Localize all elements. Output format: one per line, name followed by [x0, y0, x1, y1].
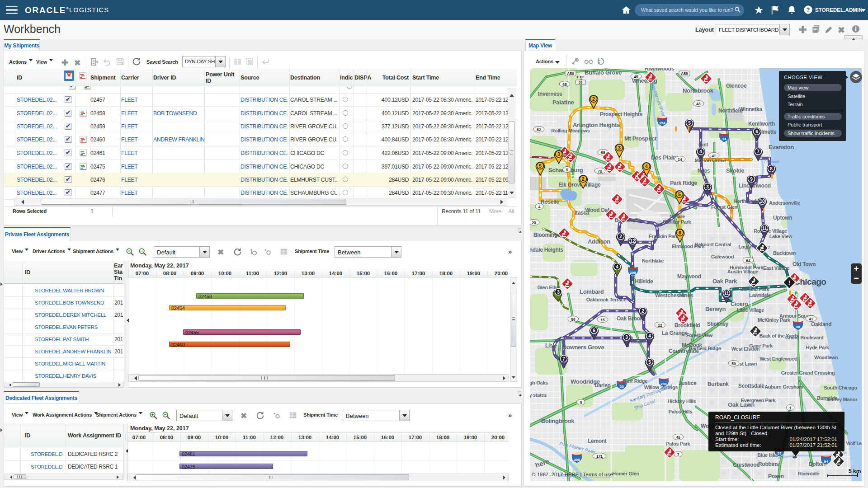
svg-text:171: 171 [596, 454, 603, 459]
svg-text:Palos Park: Palos Park [666, 441, 690, 446]
svg-text:64: 64 [746, 258, 750, 263]
svg-text:Homer Glen: Homer Glen [612, 471, 639, 476]
svg-text:2: 2 [619, 234, 622, 239]
svg-text:Northlake: Northlake [642, 258, 664, 263]
svg-text:Northbrook: Northbrook [683, 87, 714, 94]
svg-text:Crestwood: Crestwood [733, 462, 760, 468]
svg-text:2: 2 [582, 176, 585, 182]
svg-text:High Oaks: High Oaks [530, 380, 548, 385]
svg-text:5: 5 [648, 360, 651, 365]
svg-text:Roselle: Roselle [541, 199, 559, 205]
svg-text:Downers Grove: Downers Grove [562, 344, 604, 351]
svg-text:53: 53 [579, 80, 583, 84]
svg-text:Austin Village: Austin Village [727, 269, 759, 274]
svg-text:Jeffrey Manor: Jeffrey Manor [826, 397, 858, 402]
svg-text:Bucktown: Bucktown [773, 250, 796, 256]
svg-text:Burbank: Burbank [708, 381, 729, 387]
svg-text:Palos Hills: Palos Hills [669, 409, 693, 414]
svg-text:EXT: EXT [577, 75, 584, 79]
svg-text:4: 4 [645, 164, 648, 169]
svg-text:Franklin Park: Franklin Park [649, 234, 679, 239]
svg-text:Wolf Lake: Wolf Lake [846, 441, 862, 446]
svg-text:45: 45 [676, 435, 680, 440]
svg-text:Andersonville: Andersonville [769, 200, 800, 206]
svg-text:Arlington Heights: Arlington Heights [573, 122, 620, 128]
svg-text:Lombard: Lombard [580, 288, 604, 295]
svg-text:Galewood: Galewood [711, 254, 734, 259]
svg-text:Greater Grand Crossing: Greater Grand Crossing [781, 370, 835, 375]
svg-text:Evanston: Evanston [769, 144, 794, 150]
svg-text:O'Hare: O'Hare [670, 214, 685, 219]
svg-text:41: 41 [809, 317, 813, 321]
svg-text:Garfield Park: Garfield Park [740, 286, 770, 292]
svg-text:Stickney: Stickney [707, 321, 729, 327]
svg-text:Old Town: Old Town [793, 261, 816, 267]
svg-text:Mt Prospect: Mt Prospect [624, 135, 657, 142]
svg-text:72: 72 [598, 169, 602, 174]
svg-text:!: ! [788, 279, 790, 286]
svg-text:Lake View: Lake View [769, 234, 793, 239]
svg-text:Glencoe: Glencoe [726, 83, 747, 89]
svg-text:6: 6 [679, 230, 681, 235]
svg-text:Addison: Addison [588, 238, 610, 245]
svg-text:A50: A50 [567, 71, 574, 76]
svg-text:Hines: Hines [679, 292, 693, 299]
svg-text:45: 45 [634, 75, 638, 79]
svg-text:Berwyn: Berwyn [705, 305, 726, 312]
svg-text:Bolingbrook: Bolingbrook [541, 418, 575, 424]
svg-text:Lincolnwood: Lincolnwood [739, 183, 771, 189]
svg-text:Belmont Central: Belmont Central [695, 242, 731, 247]
svg-text:Gage Park: Gage Park [749, 343, 773, 348]
svg-text:2: 2 [642, 309, 644, 314]
svg-text:94: 94 [824, 460, 828, 464]
svg-text:294: 294 [660, 382, 667, 386]
svg-text:Roscoe Village: Roscoe Village [754, 228, 787, 234]
svg-text:57: 57 [778, 451, 782, 455]
svg-text:14: 14 [678, 157, 682, 162]
svg-text:90: 90 [796, 325, 800, 329]
svg-text:Robbins: Robbins [758, 461, 779, 467]
svg-text:Hickory Hills: Hickory Hills [668, 399, 696, 404]
svg-text:3: 3 [557, 290, 560, 295]
svg-text:10: 10 [760, 199, 765, 204]
svg-text:Hyde Park: Hyde Park [806, 345, 829, 350]
svg-text:North Park: North Park [733, 198, 758, 204]
svg-text:4: 4 [538, 205, 541, 209]
svg-text:Lemont: Lemont [588, 438, 607, 444]
svg-text:6: 6 [593, 328, 595, 333]
svg-text:9: 9 [580, 400, 582, 405]
svg-text:Brookfield: Brookfield [675, 322, 700, 328]
svg-text:6: 6 [755, 129, 758, 134]
svg-text:7: 7 [677, 452, 679, 457]
svg-text:3: 3 [557, 151, 560, 157]
svg-text:4: 4 [616, 264, 618, 269]
svg-text:Glendale Heights: Glendale Heights [530, 247, 563, 253]
svg-text:5: 5 [678, 192, 681, 197]
svg-text:Riverwoods: Riverwoods [645, 68, 675, 72]
svg-text:12: 12 [630, 239, 635, 244]
svg-text:Uptown: Uptown [773, 215, 792, 221]
svg-text:43: 43 [696, 102, 701, 106]
svg-text:11: 11 [762, 226, 767, 231]
svg-text:West Englewood: West Englewood [760, 356, 797, 361]
svg-text:Grand Boulevard: Grand Boulevard [785, 335, 824, 340]
svg-text:Palatine: Palatine [552, 99, 574, 106]
svg-text:Oak Lawn: Oak Lawn [728, 401, 755, 408]
svg-text:Lawndale: Lawndale [749, 292, 771, 298]
svg-text:55: 55 [620, 385, 624, 389]
svg-text:Inverness: Inverness [538, 91, 562, 97]
svg-text:Valley states: Valley states [530, 392, 547, 398]
svg-text:Posen: Posen [768, 473, 784, 479]
svg-text:South Chicago: South Chicago [824, 385, 857, 390]
svg-text:2: 2 [592, 96, 595, 102]
svg-text:Skokie: Skokie [726, 167, 744, 174]
svg-text:Prospect Heights: Prospect Heights [600, 111, 643, 117]
svg-text:41: 41 [712, 154, 716, 158]
svg-text:Garfield Ridge: Garfield Ridge [689, 346, 721, 351]
svg-text:7: 7 [757, 149, 760, 154]
svg-text:5: 5 [688, 121, 691, 126]
svg-text:?: ? [807, 7, 810, 13]
svg-text:Riverdale: Riverdale [798, 471, 819, 476]
svg-text:94: 94 [722, 137, 726, 141]
svg-text:Oakland: Oakland [811, 321, 831, 328]
